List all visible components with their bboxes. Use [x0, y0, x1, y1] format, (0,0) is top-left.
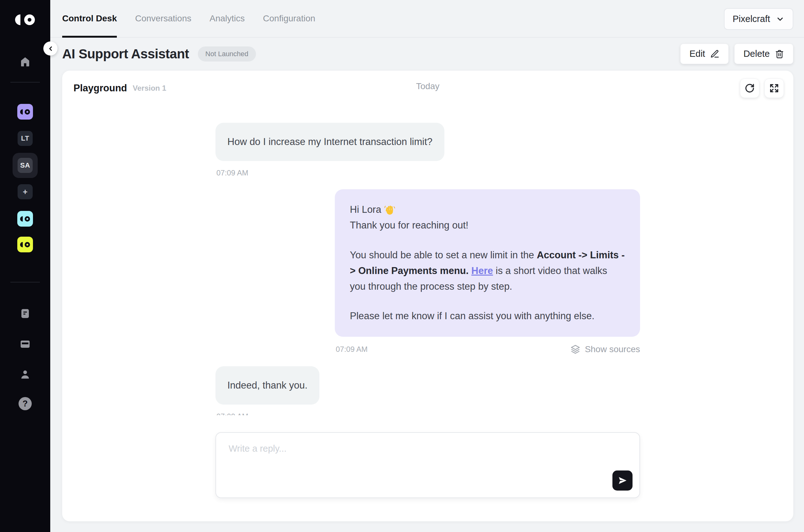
- workspace-avatar-yellow[interactable]: [17, 237, 33, 252]
- notes-icon: [19, 308, 31, 320]
- sidebar-billing-button[interactable]: [19, 338, 31, 351]
- workspace-switcher-label: Pixelcraft: [733, 14, 770, 24]
- brand-logo-icon: [20, 109, 30, 115]
- user-message-bubble: Indeed, thank you.: [216, 366, 319, 404]
- workspace-avatar-sa-selected[interactable]: SA: [18, 158, 33, 173]
- tab-conversations[interactable]: Conversations: [135, 0, 191, 37]
- assistant-message-bubble: Hi Lora Thank you for reaching out!You s…: [335, 189, 640, 337]
- chevron-left-icon: [47, 45, 54, 52]
- home-icon: [19, 56, 31, 68]
- here-link[interactable]: Here: [471, 265, 493, 276]
- tab-configuration[interactable]: Configuration: [263, 0, 315, 37]
- assistant-message: Hi Lora Thank you for reaching out!You s…: [335, 189, 640, 354]
- message-list: How do I increase my Internet transactio…: [216, 98, 640, 415]
- workspace-avatar-lt[interactable]: LT: [18, 131, 33, 146]
- top-navigation: Control Desk Conversations Analytics Con…: [50, 0, 804, 38]
- chat-scroll-area[interactable]: How do I increase my Internet transactio…: [62, 98, 793, 415]
- workspace-list: LT SA +: [13, 104, 38, 252]
- sidebar-home-button[interactable]: [19, 56, 31, 69]
- pencil-icon: [710, 49, 719, 59]
- workspace-avatar-purple[interactable]: [17, 104, 33, 119]
- sidebar-collapse-button[interactable]: [43, 41, 57, 56]
- trash-icon: [775, 49, 784, 59]
- tab-control-desk[interactable]: Control Desk: [62, 0, 117, 37]
- message-timestamp: 07:09 AM: [216, 169, 248, 177]
- brand-logo-icon: [15, 15, 35, 25]
- message-timestamp: 07:09 AM: [216, 412, 248, 415]
- sidebar-profile-button[interactable]: [19, 368, 31, 381]
- expand-icon: [769, 83, 780, 94]
- add-workspace-button[interactable]: +: [18, 184, 33, 199]
- playground-card: Playground Version 1 Today How do I: [62, 71, 793, 521]
- send-icon: [618, 475, 627, 486]
- status-badge: Not Launched: [198, 46, 256, 61]
- layers-icon: [570, 344, 580, 354]
- question-mark-icon: ?: [23, 399, 28, 408]
- sidebar-divider-top: [11, 82, 40, 82]
- main-area: Control Desk Conversations Analytics Con…: [50, 0, 804, 532]
- workspace-switcher-button[interactable]: Pixelcraft: [724, 8, 793, 30]
- chevron-down-icon: [776, 15, 785, 23]
- sidebar-divider-bottom: [11, 282, 40, 283]
- playground-header: Playground Version 1 Today: [62, 71, 793, 98]
- workspace-selected-ring: SA: [13, 153, 38, 178]
- restart-conversation-button[interactable]: [740, 78, 760, 98]
- wave-emoji: [384, 204, 396, 215]
- person-icon: [19, 368, 31, 380]
- playground-header-actions: [740, 78, 784, 98]
- credit-card-icon: [19, 338, 31, 350]
- reply-input[interactable]: [216, 433, 639, 497]
- show-sources-button[interactable]: Show sources: [570, 344, 640, 354]
- reply-composer: [216, 432, 640, 498]
- message-timestamp: 07:09 AM: [336, 345, 367, 354]
- help-button[interactable]: ?: [19, 397, 32, 410]
- fullscreen-button[interactable]: [764, 78, 784, 98]
- user-message: Indeed, thank you.07:09 AM: [216, 366, 319, 415]
- message-meta: 07:09 AM: [216, 169, 444, 177]
- tab-analytics[interactable]: Analytics: [209, 0, 245, 37]
- page-title: AI Support Assistant: [62, 46, 189, 61]
- date-separator: Today: [416, 81, 440, 91]
- delete-button[interactable]: Delete: [734, 44, 793, 64]
- message-meta: 07:09 AM: [216, 412, 319, 415]
- user-message: How do I increase my Internet transactio…: [216, 123, 444, 177]
- brand-logo-icon: [20, 216, 30, 222]
- page-header: AI Support Assistant Not Launched Edit D…: [50, 38, 804, 70]
- edit-button[interactable]: Edit: [680, 44, 729, 64]
- message-meta: 07:09 AM Show sources: [335, 344, 640, 354]
- playground-title: Playground: [73, 82, 127, 94]
- show-sources-label: Show sources: [585, 344, 640, 354]
- brand-logo-icon: [20, 242, 30, 247]
- delete-button-label: Delete: [743, 49, 770, 59]
- send-button[interactable]: [613, 471, 633, 491]
- header-actions: Edit Delete: [680, 44, 793, 64]
- refresh-icon: [744, 83, 755, 94]
- sidebar-notes-button[interactable]: [19, 308, 31, 321]
- edit-button-label: Edit: [689, 49, 705, 59]
- app-sidebar: LT SA + ?: [0, 0, 50, 532]
- user-message-bubble: How do I increase my Internet transactio…: [216, 123, 444, 161]
- workspace-avatar-cyan[interactable]: [17, 211, 33, 227]
- playground-version: Version 1: [133, 84, 166, 93]
